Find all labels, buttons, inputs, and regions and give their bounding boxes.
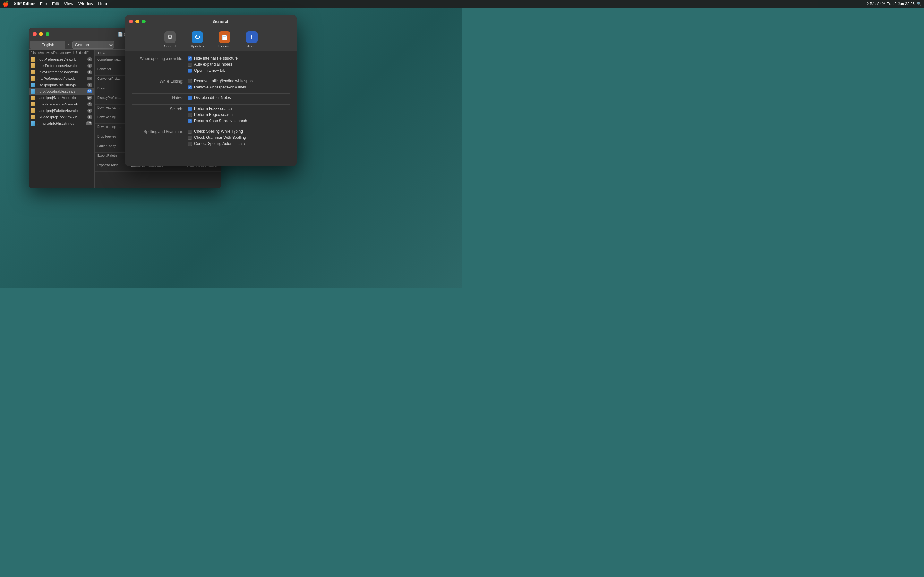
prefs-section-label: While Editing: bbox=[132, 79, 188, 84]
file-type-icon bbox=[31, 108, 35, 113]
checkbox-check-spelling-typing[interactable] bbox=[188, 129, 192, 134]
prefs-tab-general[interactable]: ⚙ General bbox=[162, 31, 179, 48]
file-path: /Users/mrqwirk/Do…/colorwell_7_de.xliff bbox=[29, 50, 94, 56]
checkbox-correct-spelling[interactable] bbox=[188, 142, 192, 146]
sidebar-item[interactable]: ...outPreferencesView.xib4 bbox=[29, 56, 94, 63]
sidebar-item[interactable]: ...n.lproj/InfoPlist.strings1/2 bbox=[29, 120, 94, 127]
option-label-hide-internal: Hide internal file structure bbox=[194, 56, 238, 61]
prefs-maximize-button[interactable] bbox=[142, 19, 145, 23]
general-icon: ⚙ bbox=[164, 31, 176, 43]
option-label-open-new-tab: Open in a new tab bbox=[194, 68, 225, 73]
cell-id: Export Palette bbox=[95, 153, 128, 162]
checkbox-remove-whitespace-only[interactable] bbox=[188, 85, 192, 89]
sidebar-item[interactable]: ...ralPreferencesView.xib10 bbox=[29, 75, 94, 82]
cell-id: ConverterPref... bbox=[95, 76, 128, 85]
option-label-check-spelling-typing: Check Spelling While Typing bbox=[194, 129, 243, 134]
prefs-window: General ⚙ General ↻ Updates 📄 License ℹ … bbox=[125, 15, 297, 166]
sidebar-item[interactable]: ...se.lproj/InfoPlist.strings2 bbox=[29, 82, 94, 88]
sidebar-item-badge: 85 bbox=[87, 89, 92, 93]
menubar: 🍎 Xliff Editor File Edit View Window Hel… bbox=[0, 0, 462, 8]
prefs-tab-updates[interactable]: ↻ Updates bbox=[189, 31, 206, 48]
file-icon: 📄 bbox=[118, 32, 123, 37]
prefs-options-group: Perform Fuzzy searchPerform Regex search… bbox=[188, 106, 247, 123]
prefs-options-group: Check Spelling While TypingCheck Grammar… bbox=[188, 129, 246, 146]
sidebar-item-name: ...ase.lproj/PaletteView.xib bbox=[37, 109, 86, 113]
prefs-section-label: When opening a new file: bbox=[132, 56, 188, 61]
prefs-option: Correct Spelling Automatically bbox=[188, 141, 246, 146]
sidebar-item-badge: 10 bbox=[87, 77, 92, 81]
sidebar-item-name: ...l/Base.lproj/ToolView.xib bbox=[37, 115, 86, 119]
cell-id: Display bbox=[95, 85, 128, 95]
file-type-icon bbox=[31, 70, 35, 74]
app-name[interactable]: Xliff Editor bbox=[11, 0, 37, 7]
checkbox-open-new-tab[interactable] bbox=[188, 69, 192, 73]
cell-id: Complementar... bbox=[95, 56, 128, 66]
checkbox-fuzzy-search[interactable] bbox=[188, 107, 192, 111]
prefs-divider bbox=[132, 77, 290, 77]
menu-view[interactable]: View bbox=[62, 0, 75, 7]
cell-id: DisplayPrefere... bbox=[95, 95, 128, 104]
file-type-icon bbox=[31, 63, 35, 68]
prefs-divider bbox=[132, 93, 290, 93]
file-type-icon bbox=[31, 89, 35, 93]
checkbox-disable-edit-notes[interactable] bbox=[188, 96, 192, 100]
sidebar-item[interactable]: ...ase.lproj/PaletteView.xib6 bbox=[29, 107, 94, 114]
prefs-minimize-button[interactable] bbox=[136, 19, 139, 23]
sidebar-item-name: ...rterPreferencesView.xib bbox=[37, 64, 86, 68]
prefs-section: Search:Perform Fuzzy searchPerform Regex… bbox=[132, 106, 290, 123]
sidebar-item[interactable]: ...l/Base.lproj/ToolView.xib6 bbox=[29, 114, 94, 120]
target-language-select[interactable]: German bbox=[72, 41, 114, 49]
sidebar-item[interactable]: ...rterPreferencesView.xib8 bbox=[29, 63, 94, 69]
maximize-button[interactable] bbox=[45, 32, 49, 36]
sidebar: /Users/mrqwirk/Do…/colorwell_7_de.xliff … bbox=[29, 50, 95, 188]
checkbox-check-grammar-spelling[interactable] bbox=[188, 135, 192, 140]
file-type-icon bbox=[31, 95, 35, 100]
prefs-toolbar: ⚙ General ↻ Updates 📄 License ℹ About bbox=[125, 27, 297, 51]
checkbox-regex-search[interactable] bbox=[188, 113, 192, 117]
checkbox-hide-internal[interactable] bbox=[188, 56, 192, 61]
cell-id: Converter bbox=[95, 66, 128, 75]
source-language-button[interactable]: English bbox=[30, 41, 65, 49]
sidebar-item-badge: 4 bbox=[87, 57, 92, 61]
prefs-tab-about[interactable]: ℹ About bbox=[243, 31, 261, 48]
sidebar-item[interactable]: ...proj/Localizable.strings85 bbox=[29, 88, 94, 95]
menu-edit[interactable]: Edit bbox=[50, 0, 61, 7]
updates-label: Updates bbox=[191, 44, 204, 48]
prefs-section-label: Search: bbox=[132, 106, 188, 111]
prefs-options-group: Disable edit for Notes bbox=[188, 95, 231, 100]
sidebar-item[interactable]: ...playPreferencesView.xib8 bbox=[29, 69, 94, 75]
menu-help[interactable]: Help bbox=[96, 0, 109, 7]
menu-window[interactable]: Window bbox=[76, 0, 95, 7]
menu-file[interactable]: File bbox=[38, 0, 49, 7]
sidebar-item[interactable]: ...mesPreferencesView.xib7 bbox=[29, 101, 94, 107]
checkbox-remove-trailing[interactable] bbox=[188, 79, 192, 83]
checkbox-auto-expand[interactable] bbox=[188, 63, 192, 67]
option-label-auto-expand: Auto expand all nodes bbox=[194, 62, 232, 67]
sidebar-item-name: ...se.lproj/InfoPlist.strings bbox=[37, 83, 86, 87]
prefs-section: Spelling and Grammar:Check Spelling Whil… bbox=[132, 129, 290, 146]
prefs-close-button[interactable] bbox=[129, 19, 133, 23]
prefs-titlebar: General bbox=[125, 15, 297, 27]
sidebar-item-badge: 8 bbox=[87, 70, 92, 74]
file-type-icon bbox=[31, 121, 35, 126]
prefs-section-label: Notes: bbox=[132, 95, 188, 100]
prefs-options-group: Hide internal file structureAuto expand … bbox=[188, 56, 238, 73]
sidebar-item-name: ...proj/Localizable.strings bbox=[37, 89, 86, 93]
prefs-tab-license[interactable]: 📄 License bbox=[216, 31, 234, 48]
file-type-icon bbox=[31, 115, 35, 119]
sidebar-item-badge: 1/2 bbox=[86, 121, 92, 125]
about-label: About bbox=[247, 44, 257, 48]
minimize-button[interactable] bbox=[39, 32, 43, 36]
prefs-options-group: Remove trailing/leading whitespaceRemove… bbox=[188, 79, 255, 89]
close-button[interactable] bbox=[33, 32, 37, 36]
prefs-section-label: Spelling and Grammar: bbox=[132, 129, 188, 134]
sidebar-item-name: ...ase.lproj/MainMenu.xib bbox=[37, 96, 86, 100]
option-label-regex-search: Perform Regex search bbox=[194, 113, 233, 117]
prefs-option: Perform Case Sensitive search bbox=[188, 119, 247, 123]
sidebar-item[interactable]: ...ase.lproj/MainMenu.xib97 bbox=[29, 95, 94, 101]
apple-menu-icon[interactable]: 🍎 bbox=[3, 1, 9, 7]
sidebar-item-name: ...playPreferencesView.xib bbox=[37, 70, 86, 74]
file-type-icon bbox=[31, 83, 35, 87]
prefs-option: Check Spelling While Typing bbox=[188, 129, 246, 134]
checkbox-case-sensitive[interactable] bbox=[188, 119, 192, 123]
